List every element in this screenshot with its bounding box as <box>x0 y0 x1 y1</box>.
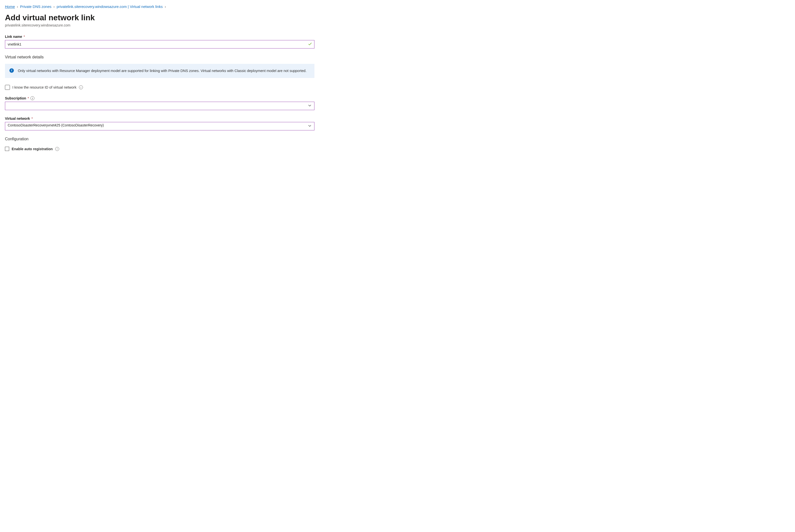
virtual-network-label: Virtual network * <box>5 117 790 120</box>
info-box-text: Only virtual networks with Resource Mana… <box>18 69 307 73</box>
subscription-label: Subscription * i <box>5 96 790 100</box>
chevron-right-icon: › <box>165 4 166 9</box>
configuration-heading: Configuration <box>5 137 790 141</box>
info-box: i Only virtual networks with Resource Ma… <box>5 64 314 78</box>
virtual-network-select[interactable]: ContosoDisasterRecoveryvnet425 (ContosoD… <box>5 122 314 130</box>
subscription-select[interactable] <box>5 102 314 110</box>
virtual-network-details-heading: Virtual network details <box>5 55 790 59</box>
enable-auto-registration-checkbox[interactable] <box>5 147 9 151</box>
info-icon: i <box>10 68 14 73</box>
know-resource-id-row: I know the resource ID of virtual networ… <box>5 85 790 90</box>
required-asterisk: * <box>28 96 29 100</box>
link-name-input[interactable] <box>5 40 314 49</box>
know-resource-id-label: I know the resource ID of virtual networ… <box>12 86 76 89</box>
breadcrumb-dns-zones[interactable]: Private DNS zones <box>20 4 52 9</box>
page-subtitle: privatelink.siterecovery.windowsazure.co… <box>5 23 790 27</box>
required-asterisk: * <box>23 35 25 39</box>
chevron-right-icon: › <box>54 4 55 9</box>
info-tooltip-icon[interactable]: i <box>55 147 59 151</box>
breadcrumb-home[interactable]: Home <box>5 4 15 9</box>
know-resource-id-checkbox[interactable] <box>5 85 10 90</box>
info-tooltip-icon[interactable]: i <box>79 86 83 89</box>
link-name-label: Link name * <box>5 35 790 39</box>
page-title: Add virtual network link <box>5 13 790 22</box>
breadcrumb: Home › Private DNS zones › privatelink.s… <box>5 4 790 9</box>
enable-auto-registration-label: Enable auto registration <box>12 147 53 151</box>
required-asterisk: * <box>32 117 33 120</box>
enable-auto-registration-row: Enable auto registration i <box>5 147 790 151</box>
breadcrumb-zone-links[interactable]: privatelink.siterecovery.windowsazure.co… <box>57 4 163 9</box>
info-tooltip-icon[interactable]: i <box>31 96 34 100</box>
chevron-right-icon: › <box>17 4 18 9</box>
